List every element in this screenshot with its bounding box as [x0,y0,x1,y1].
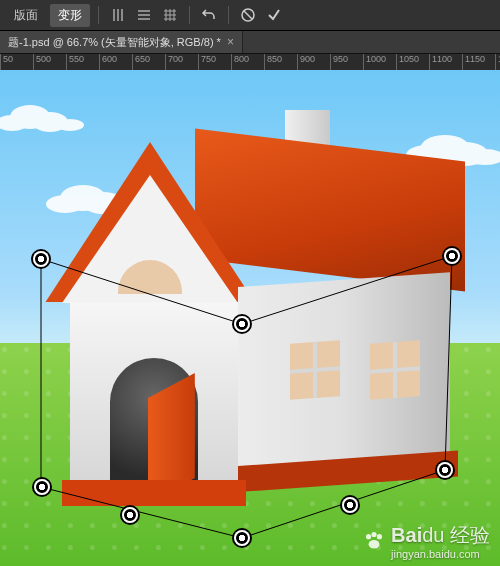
watermark-suffix: 经验 [450,524,490,546]
cancel-icon[interactable] [237,4,259,26]
align-vertical-icon[interactable] [107,4,129,26]
transform-handle[interactable] [234,316,250,332]
watermark-url: jingyan.baidu.com [391,549,490,560]
separator [189,6,190,24]
svg-point-4 [369,540,380,549]
svg-point-3 [377,534,382,539]
transform-handle[interactable] [437,462,453,478]
watermark-brand-b: du [422,524,444,546]
commit-icon[interactable] [263,4,285,26]
layout-mode-button[interactable]: 版面 [6,4,46,27]
canvas[interactable] [0,70,500,566]
house-object[interactable] [40,110,460,540]
house-base-front [62,480,246,506]
undo-icon[interactable] [198,4,220,26]
document-tab-title: 题-1.psd @ 66.7% (矢量智能对象, RGB/8) * [8,35,221,50]
svg-point-1 [366,534,371,539]
close-icon[interactable]: × [227,35,234,49]
house-window [370,340,420,399]
house-window [290,340,340,399]
transform-handle[interactable] [33,251,49,267]
separator [228,6,229,24]
transform-handle[interactable] [342,497,358,513]
transform-handle[interactable] [444,248,460,264]
document-tab-bar: 题-1.psd @ 66.7% (矢量智能对象, RGB/8) * × [0,31,500,53]
transform-handle[interactable] [234,530,250,546]
watermark-brand-a: Bai [391,524,422,546]
watermark: Baidu 经验 jingyan.baidu.com [361,522,490,560]
document-tab[interactable]: 题-1.psd @ 66.7% (矢量智能对象, RGB/8) * × [0,31,243,53]
svg-point-2 [371,532,376,537]
align-horizontal-icon[interactable] [133,4,155,26]
options-bar: 版面 变形 [0,0,500,31]
transform-handle[interactable] [34,479,50,495]
transform-mode-button[interactable]: 变形 [50,4,90,27]
separator [98,6,99,24]
paw-icon [361,528,387,554]
align-grid-icon[interactable] [159,4,181,26]
transform-handle[interactable] [122,507,138,523]
